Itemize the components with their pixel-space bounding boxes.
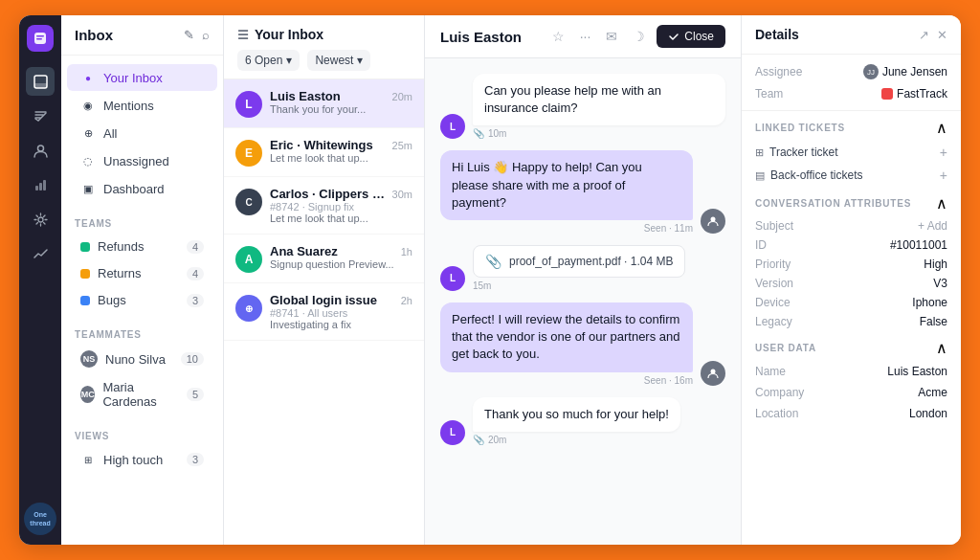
message-1: L Can you please help me with an insuran… <box>440 74 725 139</box>
ana-time: 1h <box>401 246 412 258</box>
open-filter-button[interactable]: 6 Open ▾ <box>237 50 300 71</box>
conv-item-global[interactable]: ⊕ Global login issue 2h #8741 · All user… <box>224 283 424 341</box>
message-3: L 📎 proof_of_payment.pdf · 1.04 MB 15m <box>440 245 725 291</box>
conv-attributes-header[interactable]: CONVERSATION ATTRIBUTES ∧ <box>742 187 961 216</box>
your-inbox-label: Your Inbox <box>103 71 163 85</box>
linked-tickets-collapse-icon: ∧ <box>936 119 947 137</box>
assignee-section: Assignee JJ June Jensen Team FastTrack <box>742 55 961 111</box>
search-sidebar-icon[interactable]: ⌕ <box>202 28 210 42</box>
email-icon[interactable]: ✉ <box>602 25 621 48</box>
conv-item-luis[interactable]: L Luis Easton 20m Thank you for your... <box>224 79 424 128</box>
assignee-row: Assignee JJ June Jensen <box>755 64 947 79</box>
assignee-value: JJ June Jensen <box>863 64 947 79</box>
details-title: Details <box>755 27 799 42</box>
subject-value[interactable]: + Add <box>918 219 947 233</box>
all-icon: ⊕ <box>80 125 96 141</box>
global-preview: Investigating a fix <box>270 319 412 330</box>
close-button[interactable]: Close <box>657 25 725 48</box>
attachment-text: proof_of_payment.pdf · 1.04 MB <box>509 255 673 268</box>
message-1-bubble: Can you please help me with an insurance… <box>473 74 725 125</box>
svg-rect-8 <box>43 180 46 190</box>
newest-filter-button[interactable]: Newest ▾ <box>307 50 370 71</box>
chat-header: Luis Easton ☆ ··· ✉ ☽ Close <box>425 15 741 58</box>
message-2-seen: Seen · 11m <box>644 223 693 234</box>
analytics-nav-icon[interactable] <box>26 239 55 268</box>
add-tracker-ticket-button[interactable]: + <box>940 145 947 160</box>
sidebar-item-bugs[interactable]: Bugs 3 <box>67 287 217 313</box>
sidebar-item-nuno[interactable]: NS Nuno Silva 10 <box>67 345 217 373</box>
conv-item-carlos[interactable]: C Carlos · Clippers Co 30m #8742 · Signu… <box>224 177 424 235</box>
sidebar-item-returns[interactable]: Returns 4 <box>67 260 217 286</box>
legacy-label: Legacy <box>755 315 792 328</box>
more-options-icon[interactable]: ··· <box>576 25 595 48</box>
sidebar-title: Inbox <box>75 27 113 43</box>
sidebar-item-all[interactable]: ⊕ All <box>67 120 217 146</box>
sidebar-item-high-touch[interactable]: ⊞ High touch 3 <box>67 446 217 473</box>
hightouch-badge: 3 <box>187 453 204 466</box>
message-5-content: Thank you so much for your help! 📎 20m <box>473 397 680 445</box>
maria-avatar: MC <box>80 386 95 403</box>
conv-attributes-label: CONVERSATION ATTRIBUTES <box>755 198 911 209</box>
luis-msg-avatar-3: L <box>440 420 465 445</box>
chat-messages: L Can you please help me with an insuran… <box>425 58 741 545</box>
settings-nav-icon[interactable] <box>26 205 55 234</box>
external-link-icon[interactable]: ↗ <box>919 28 929 42</box>
user-data-header[interactable]: USER DATA ∧ <box>742 331 961 361</box>
compose-nav-icon[interactable] <box>26 101 55 130</box>
inbox-list-icon: ☰ <box>237 28 249 42</box>
sidebar-item-unassigned[interactable]: ◌ Unassigned <box>67 147 217 174</box>
id-attr-row: ID #10011001 <box>742 235 961 255</box>
device-attr-row: Device Iphone <box>742 293 961 312</box>
star-icon[interactable]: ☆ <box>548 25 568 48</box>
mentions-icon: ◉ <box>80 98 96 113</box>
tracker-ticket-row: ⊞ Tracker ticket + <box>742 141 961 164</box>
sidebar-item-dashboard[interactable]: ▣ Dashboard <box>67 175 217 202</box>
conversation-attributes-section: CONVERSATION ATTRIBUTES ∧ Subject + Add … <box>742 187 961 331</box>
inbox-dot-icon: ● <box>80 70 96 85</box>
conv-item-ana[interactable]: A Ana Suarez 1h Signup question Preview.… <box>224 235 424 283</box>
luis-name: Luis Easton <box>270 89 341 103</box>
user-name-value: Luis Easton <box>887 365 947 378</box>
sidebar-item-your-inbox[interactable]: ● Your Inbox <box>67 64 217 91</box>
sidebar-item-refunds[interactable]: Refunds 4 <box>67 234 217 259</box>
user-location-label: Location <box>755 407 798 420</box>
reports-nav-icon[interactable] <box>26 170 55 199</box>
ana-name-row: Ana Suarez 1h <box>270 244 412 258</box>
ana-name: Ana Suarez <box>270 244 338 258</box>
message-5-time: 20m <box>488 435 506 445</box>
inbox-nav-icon[interactable] <box>26 67 55 96</box>
user-name-row: Name Luis Easton <box>742 361 961 382</box>
sidebar-item-mentions[interactable]: ◉ Mentions <box>67 92 217 119</box>
global-avatar: ⊕ <box>235 295 262 322</box>
attachment-bubble[interactable]: 📎 proof_of_payment.pdf · 1.04 MB <box>473 245 685 278</box>
teams-section-label: TEAMS <box>61 211 223 233</box>
priority-attr-row: Priority High <box>742 255 961 274</box>
svg-point-10 <box>711 216 716 221</box>
eric-name: Eric · Whitewings <box>270 138 373 152</box>
returns-dot <box>80 269 90 279</box>
compose-icon[interactable]: ✎ <box>184 28 194 42</box>
add-backoffice-ticket-button[interactable]: + <box>940 168 947 183</box>
backoffice-icon: ▤ <box>755 169 765 182</box>
open-filter-chevron: ▾ <box>286 54 292 67</box>
linked-tickets-header[interactable]: LINKED TICKETS ∧ <box>742 111 961 141</box>
sidebar-item-maria[interactable]: MC Maria Cardenas 5 <box>67 374 217 414</box>
priority-label: Priority <box>755 258 791 271</box>
contacts-nav-icon[interactable] <box>26 136 55 165</box>
moon-icon[interactable]: ☽ <box>629 25 649 48</box>
app-container: Onethread Inbox ✎ ⌕ ● Your Inbox ◉ Menti… <box>19 15 961 545</box>
chat-contact-name: Luis Easton <box>440 29 539 45</box>
close-details-icon[interactable]: ✕ <box>937 28 947 42</box>
assignee-label: Assignee <box>755 65 802 78</box>
assignee-avatar: JJ <box>863 64 879 79</box>
paperclip-icon: 📎 <box>485 254 501 269</box>
message-3-meta: 15m <box>473 280 685 291</box>
team-row: Team FastTrack <box>755 87 947 101</box>
details-header-icons: ↗ ✕ <box>919 28 947 42</box>
eric-preview: Let me look that up... <box>270 152 412 164</box>
user-location-value: London <box>909 407 947 420</box>
conv-item-eric[interactable]: E Eric · Whitewings 25m Let me look that… <box>224 128 424 177</box>
team-name: FastTrack <box>897 87 947 101</box>
teammates-section-label: TEAMMATES <box>61 322 223 344</box>
tracker-ticket-icon-group: ⊞ Tracker ticket <box>755 146 838 159</box>
